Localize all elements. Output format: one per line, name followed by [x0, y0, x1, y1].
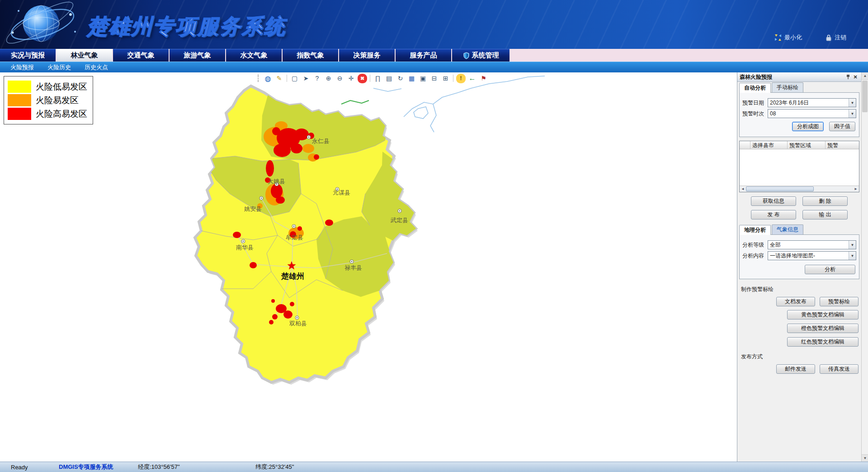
tab-manual-plot[interactable]: 手动标绘 [772, 82, 803, 92]
tab-weather-info[interactable]: 气象信息 [772, 224, 803, 234]
tab-geo-analysis[interactable]: 地理分析 [739, 225, 771, 235]
pin-icon[interactable] [844, 73, 852, 81]
scroll-down-icon[interactable]: ▼ [862, 454, 868, 462]
doc-publish-button[interactable]: 文档发布 [776, 297, 815, 306]
nav-tab-system[interactable]: 系统管理 [452, 49, 509, 62]
capital-label: 楚雄州 [281, 272, 304, 281]
nav-tab-label: 服务产品 [410, 51, 437, 60]
analysis-level-select[interactable]: 全部 ▼ [768, 240, 856, 249]
river-lines [373, 76, 545, 132]
print-icon[interactable]: ⊟ [429, 74, 439, 83]
publish-button[interactable]: 发 布 [751, 210, 796, 219]
tab-auto-analysis[interactable]: 自动分析 [739, 83, 771, 93]
edit-icon[interactable]: ✎ [274, 74, 284, 83]
warning-plot-button[interactable]: 预警标绘 [820, 297, 859, 306]
flag-icon[interactable]: ⚑ [479, 74, 488, 83]
zoom-in-icon[interactable]: ⊕ [324, 74, 333, 83]
warning-list-header: 选择县市 预警区域 预警 [740, 141, 859, 149]
zoom-out-icon[interactable]: ⊖ [335, 74, 344, 83]
chevron-down-icon: ▼ [849, 252, 856, 260]
legend-label-medium: 火险易发区 [36, 95, 79, 106]
header-select-county: 选择县市 [750, 141, 788, 149]
pan-icon[interactable]: ✛ [346, 74, 356, 83]
legend-swatch-high [8, 108, 31, 120]
nav-tab-traffic[interactable]: 交通气象 [113, 49, 169, 62]
district-label: 牟定县 [286, 234, 303, 241]
nav-tab-live-forecast[interactable]: 实况与预报 [0, 49, 56, 62]
nav-tab-tourism[interactable]: 旅游气象 [170, 49, 225, 62]
map-area[interactable]: 永仁县 大姚县 元谋县 姚安县 武定县 牟定县 南华县 禄丰县 双柏县 楚雄州 [0, 72, 737, 462]
vertical-scrollbar[interactable]: ▲ ▼ [861, 72, 868, 462]
back-icon[interactable]: ← [467, 74, 477, 83]
nav-tab-products[interactable]: 服务产品 [396, 49, 451, 62]
nav-tab-label: 交通气象 [127, 51, 155, 60]
output-button[interactable]: 输 出 [802, 210, 848, 219]
delete-button[interactable]: 删 除 [802, 196, 848, 206]
red-warning-doc-button[interactable]: 红色预警文档编辑 [787, 337, 859, 347]
fax-send-button[interactable]: 传真发送 [820, 364, 859, 374]
submenu-bar: 火险预报 火险历史 历史火点 [0, 62, 868, 72]
globe-icon[interactable]: ◍ [263, 74, 273, 83]
nav-tab-forestry[interactable]: 林业气象 [57, 49, 112, 62]
toolbar-drag-handle[interactable] [258, 75, 260, 82]
orange-warning-doc-button[interactable]: 橙色预警文档编辑 [787, 324, 859, 333]
analysis-content-select[interactable]: 一请选择地理图层- ▼ [768, 251, 856, 260]
profile-icon[interactable]: ∏ [373, 74, 382, 83]
panel-title-bar: 森林火险预报 ✕ [737, 72, 861, 82]
horizontal-scrollbar[interactable]: ◄ ► [740, 186, 859, 192]
globe-logo-icon [3, 1, 89, 48]
pointer-icon[interactable]: ➤ [301, 74, 311, 83]
refresh-icon[interactable]: ↻ [396, 74, 405, 83]
nav-tab-label: 林业气象 [71, 51, 98, 60]
main-nav: 实况与预报 林业气象 交通气象 旅游气象 水文气象 指数气象 决策服务 服务产品… [0, 49, 868, 62]
analysis-content-value: 一请选择地理图层- [768, 252, 849, 260]
chart-icon[interactable]: ▦ [407, 74, 416, 83]
submenu-fire-risk-forecast[interactable]: 火险预报 [4, 63, 41, 72]
factor-value-button[interactable]: 因子值 [829, 122, 855, 131]
image-icon[interactable]: ▣ [418, 74, 428, 83]
legend-label-high: 火险高易发区 [36, 108, 87, 120]
legend-row-medium: 火险易发区 [8, 94, 89, 106]
chevron-down-icon: ▼ [849, 110, 856, 118]
warning-time-select[interactable]: 08 ▼ [768, 109, 856, 118]
warning-date-select[interactable]: 2023年 6月16日 ▼ [768, 98, 856, 107]
close-icon[interactable]: ✕ [852, 73, 859, 81]
scroll-up-icon[interactable]: ▲ [862, 72, 868, 80]
scrollbar-thumb[interactable] [862, 81, 868, 112]
layout-icon[interactable]: ⊞ [441, 74, 450, 83]
cancel-icon[interactable]: ✖ [358, 74, 367, 83]
nav-tab-hydrology[interactable]: 水文气象 [226, 49, 282, 62]
scroll-left-icon[interactable]: ◄ [740, 186, 746, 192]
analyze-button[interactable]: 分析 [805, 265, 855, 274]
header-warning: 预警 [826, 141, 857, 149]
analyze-map-button[interactable]: 分析成图 [792, 122, 824, 131]
scrollbar-thumb[interactable] [746, 186, 814, 191]
submenu-fire-risk-history[interactable]: 火险历史 [41, 63, 78, 72]
fire-risk-map[interactable]: 永仁县 大姚县 元谋县 姚安县 武定县 牟定县 南华县 禄丰县 双柏县 楚雄州 [0, 72, 737, 462]
district-label: 禄丰县 [344, 264, 362, 271]
submenu-historical-fire-points[interactable]: 历史火点 [78, 63, 115, 72]
legend-row-low: 火险低易发区 [8, 81, 89, 93]
warning-list[interactable]: 选择县市 预警区域 预警 ◄ ► [739, 141, 859, 192]
minimize-button[interactable]: 最小化 [774, 33, 802, 42]
header: 楚雄州专项服务系统 最小化 注销 [0, 0, 868, 49]
email-send-button[interactable]: 邮件发送 [776, 364, 815, 374]
lock-icon [826, 34, 832, 41]
legend-label-low: 火险低易发区 [36, 81, 87, 93]
logout-button[interactable]: 注销 [826, 33, 846, 42]
nav-tab-index[interactable]: 指数气象 [283, 49, 338, 62]
export-page-icon[interactable]: ▤ [384, 74, 394, 83]
nav-tab-decision[interactable]: 决策服务 [339, 49, 395, 62]
bulb-icon[interactable]: ! [456, 74, 466, 83]
header-warning-region: 预警区域 [788, 141, 826, 149]
get-info-button[interactable]: 获取信息 [751, 196, 796, 206]
logout-label: 注销 [835, 33, 846, 42]
identify-icon[interactable]: ? [312, 74, 322, 83]
yellow-warning-doc-button[interactable]: 黄色预警文档编辑 [787, 310, 859, 319]
analysis-level-label: 分析等级 [742, 241, 768, 249]
nav-tab-label: 实况与预报 [11, 51, 45, 60]
scroll-right-icon[interactable]: ► [853, 186, 859, 192]
plot-section-label: 制作预警标绘 [741, 286, 858, 293]
nav-tab-label: 系统管理 [472, 51, 499, 60]
select-box-icon[interactable]: ▢ [290, 74, 299, 83]
